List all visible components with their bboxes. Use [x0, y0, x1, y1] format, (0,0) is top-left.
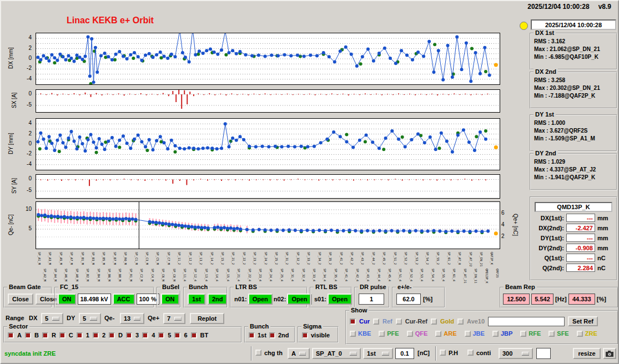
svg-text:SP_61_4: SP_61_4 — [452, 269, 456, 282]
ltr-n01-open-button[interactable]: Open — [248, 294, 273, 305]
sector-toggle-c[interactable] — [59, 332, 66, 338]
qem-axis-label: Qe- [nC] — [7, 201, 14, 248]
option-menu-dash-icon — [382, 352, 389, 355]
monitor-row-label: DX(2nd): — [533, 225, 564, 231]
sector-toggle-4[interactable] — [142, 332, 148, 338]
show-kbe-checkbox[interactable] — [350, 331, 356, 337]
chg-th-checkbox[interactable] — [255, 350, 261, 356]
svg-text:SP_B7_M: SP_B7_M — [113, 252, 117, 265]
points-select[interactable]: 300 — [499, 348, 533, 359]
svg-text:SP_35_4: SP_35_4 — [334, 269, 338, 282]
svg-text:SP_42_2: SP_42_2 — [350, 252, 354, 265]
threshold-value[interactable]: 0.1 — [395, 348, 414, 359]
dr-pulse-value: 1 — [359, 294, 384, 305]
bunch-1st-checkbox[interactable] — [249, 332, 255, 338]
range-qep-select[interactable]: 7 — [163, 313, 185, 324]
monitor-row-value: --- — [566, 254, 595, 262]
sector-toggle-6[interactable] — [174, 332, 180, 338]
show-gold-checkbox[interactable] — [431, 318, 437, 325]
sector-toggle-b[interactable] — [25, 332, 31, 338]
show-ref-checkbox[interactable] — [373, 318, 379, 325]
svg-text:QAF2P_K: QAF2P_K — [490, 252, 494, 265]
fc15-on-button[interactable]: ON — [58, 294, 76, 305]
bunch-number-select[interactable]: 1st — [363, 348, 393, 359]
range-dy-select[interactable]: 5 — [79, 313, 101, 324]
show-qfe-checkbox[interactable] — [407, 331, 413, 337]
option-menu-dash-icon — [90, 317, 97, 320]
ph-checkbox[interactable] — [440, 350, 446, 356]
sector-toggle-a[interactable] — [8, 332, 14, 338]
screenshot-button[interactable] — [603, 348, 616, 359]
show-pfe-checkbox[interactable] — [379, 331, 385, 337]
svg-text:SP_B1_M: SP_B1_M — [80, 252, 84, 265]
svg-text:SP_23_2: SP_23_2 — [253, 252, 256, 265]
sigma-visible-checkbox[interactable] — [302, 332, 308, 338]
busel-title: BuSel — [160, 284, 181, 291]
svg-text:SP_A8_M: SP_A8_M — [75, 269, 79, 282]
show-jbp-checkbox[interactable] — [492, 331, 499, 337]
svg-text:SP_A7_M: SP_A7_M — [69, 252, 73, 265]
set-ref-button[interactable]: Set Ref — [568, 316, 598, 326]
extra-field[interactable] — [536, 348, 551, 359]
bunch-group-top: Bunch 1st2nd — [183, 287, 228, 308]
range-dx-select[interactable]: 5 — [41, 313, 63, 324]
svg-text:SP_33_2: SP_33_2 — [306, 252, 310, 265]
dy-axis-label: DY [mm] — [7, 118, 14, 169]
range-qem-label: Qe- — [104, 315, 114, 321]
range-label: Range — [6, 315, 24, 321]
dy-orbit-chart[interactable] — [36, 118, 500, 170]
rtl-s01-open-button[interactable]: Open — [328, 294, 352, 305]
monitor-select[interactable]: QMD13P_K — [535, 202, 612, 212]
svg-text:QRF2S: QRF2S — [496, 269, 499, 278]
show-group: Show Cur Ref Cur-Ref Gold Ave10 Set Ref … — [345, 310, 618, 345]
busel-on-button[interactable]: ON — [161, 294, 179, 305]
sx-axis-label: SX [A] — [10, 89, 18, 112]
sy-steering-chart[interactable] — [36, 174, 500, 199]
sector-toggle-1[interactable] — [77, 332, 83, 338]
sector-toggle-bt[interactable] — [191, 332, 197, 338]
sector-group: Sector A B R C 1 2 D 3 4 5 6 BT — [3, 326, 242, 343]
resize-button[interactable]: resize — [573, 348, 601, 359]
svg-text:SP_C5_M: SP_C5_M — [155, 252, 159, 265]
show-rfe-checkbox[interactable] — [520, 331, 526, 337]
dx-orbit-chart[interactable] — [36, 33, 500, 85]
show-jbe-checkbox[interactable] — [465, 331, 471, 337]
show-sfe-checkbox[interactable] — [548, 331, 555, 337]
mode-select[interactable]: A — [288, 348, 310, 359]
bunch-2nd-button[interactable]: 2nd — [208, 294, 228, 305]
show-cur-ref-label: Cur-Ref — [405, 318, 427, 325]
show-ave10-checkbox[interactable] — [457, 318, 464, 325]
beam-gate-group: Beam Gate CloseClose — [3, 287, 52, 308]
range-qem-select[interactable]: 13 — [120, 313, 144, 324]
svg-text:SP_34_4: SP_34_4 — [323, 269, 326, 282]
ltr-n02-label: n02: — [274, 296, 286, 302]
sx-steering-chart[interactable] — [36, 89, 500, 113]
monitor-row-label: DY(1st): — [533, 235, 564, 241]
sigma-group: Sigma visible — [298, 326, 339, 343]
show-cur-checkbox[interactable] — [350, 318, 356, 325]
svg-text:SP_21_2: SP_21_2 — [231, 252, 235, 265]
show-are-checkbox[interactable] — [435, 331, 441, 337]
show-cur-ref-checkbox[interactable] — [396, 318, 402, 325]
bunch-2nd-checkbox[interactable] — [269, 332, 275, 338]
sector-toggle-r[interactable] — [42, 332, 48, 338]
conti-checkbox[interactable] — [467, 350, 474, 356]
show-kbe-label: KBE — [358, 330, 371, 337]
sector-toggle-3[interactable] — [126, 332, 132, 338]
show-zre-checkbox[interactable] — [577, 331, 583, 337]
page-title: Linac KEKB e+ Orbit — [67, 16, 154, 26]
charge-chart[interactable] — [36, 201, 500, 249]
sector-toggle-d[interactable] — [109, 332, 115, 338]
sector-toggle-5[interactable] — [158, 332, 164, 338]
fc15-acc-button[interactable]: ACC — [113, 294, 135, 305]
ref-name-input[interactable] — [488, 317, 565, 326]
bunch-1st-button[interactable]: 1st — [188, 294, 205, 305]
bpm-select[interactable]: SP_AT_0 — [312, 348, 361, 359]
ltr-n02-open-button[interactable]: Open — [287, 294, 311, 305]
beam-gate-close-1-button[interactable]: Close — [8, 294, 33, 305]
sector-toggle-2[interactable] — [93, 332, 99, 338]
bunch-top-title: Bunch — [187, 284, 209, 291]
camera-icon — [605, 350, 614, 357]
monitor-row-unit: mm — [597, 245, 608, 251]
replot-button[interactable]: Replot — [190, 313, 224, 324]
